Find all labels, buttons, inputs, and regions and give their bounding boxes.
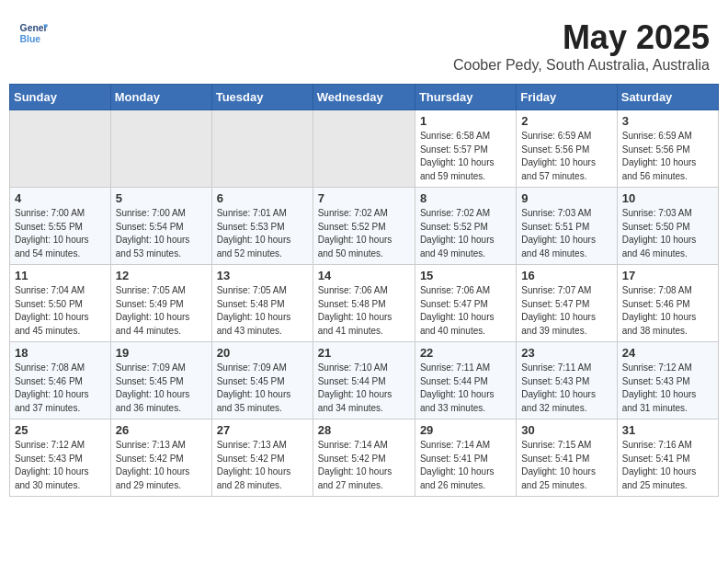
day-number: 7 bbox=[318, 191, 410, 205]
calendar-cell: 3Sunrise: 6:59 AM Sunset: 5:56 PM Daylig… bbox=[617, 110, 718, 188]
svg-text:Blue: Blue bbox=[20, 34, 41, 44]
calendar-cell: 2Sunrise: 6:59 AM Sunset: 5:56 PM Daylig… bbox=[517, 110, 617, 188]
day-number: 22 bbox=[420, 346, 511, 360]
calendar-cell: 5Sunrise: 7:00 AM Sunset: 5:54 PM Daylig… bbox=[110, 188, 211, 265]
calendar-cell bbox=[110, 110, 211, 188]
day-number: 3 bbox=[622, 114, 713, 128]
day-number: 11 bbox=[15, 269, 106, 282]
cell-info: Sunrise: 7:13 AM Sunset: 5:42 PM Dayligh… bbox=[116, 439, 207, 492]
calendar-cell: 23Sunrise: 7:11 AM Sunset: 5:43 PM Dayli… bbox=[517, 342, 617, 419]
cell-info: Sunrise: 7:01 AM Sunset: 5:53 PM Dayligh… bbox=[217, 207, 308, 260]
cell-info: Sunrise: 7:12 AM Sunset: 5:43 PM Dayligh… bbox=[15, 439, 106, 492]
calendar-cell: 6Sunrise: 7:01 AM Sunset: 5:53 PM Daylig… bbox=[211, 188, 313, 265]
col-header-tuesday: Tuesday bbox=[211, 85, 313, 110]
cell-info: Sunrise: 7:08 AM Sunset: 5:46 PM Dayligh… bbox=[622, 284, 713, 338]
col-header-thursday: Thursday bbox=[415, 85, 516, 110]
cell-info: Sunrise: 7:05 AM Sunset: 5:48 PM Dayligh… bbox=[217, 284, 308, 338]
calendar-cell: 28Sunrise: 7:14 AM Sunset: 5:42 PM Dayli… bbox=[313, 419, 415, 497]
day-number: 24 bbox=[622, 346, 713, 360]
day-number: 13 bbox=[217, 269, 308, 282]
calendar-cell: 18Sunrise: 7:08 AM Sunset: 5:46 PM Dayli… bbox=[10, 342, 111, 419]
day-number: 17 bbox=[622, 269, 713, 282]
day-number: 18 bbox=[15, 346, 106, 360]
main-title: May 2025 bbox=[453, 18, 710, 57]
calendar-cell: 20Sunrise: 7:09 AM Sunset: 5:45 PM Dayli… bbox=[211, 342, 313, 419]
logo: General Blue bbox=[18, 18, 48, 48]
title-block: May 2025 Coober Pedy, South Australia, A… bbox=[453, 18, 710, 74]
cell-info: Sunrise: 6:58 AM Sunset: 5:57 PM Dayligh… bbox=[420, 130, 511, 183]
cell-info: Sunrise: 7:02 AM Sunset: 5:52 PM Dayligh… bbox=[420, 207, 511, 260]
calendar: SundayMondayTuesdayWednesdayThursdayFrid… bbox=[9, 84, 719, 497]
calendar-cell: 22Sunrise: 7:11 AM Sunset: 5:44 PM Dayli… bbox=[415, 342, 516, 419]
calendar-cell bbox=[211, 110, 313, 188]
cell-info: Sunrise: 7:12 AM Sunset: 5:43 PM Dayligh… bbox=[622, 362, 713, 415]
cell-info: Sunrise: 7:03 AM Sunset: 5:50 PM Dayligh… bbox=[622, 207, 713, 260]
col-header-sunday: Sunday bbox=[10, 85, 111, 110]
day-number: 2 bbox=[521, 114, 611, 128]
cell-info: Sunrise: 7:10 AM Sunset: 5:44 PM Dayligh… bbox=[318, 362, 410, 415]
col-header-monday: Monday bbox=[110, 85, 211, 110]
calendar-cell bbox=[313, 110, 415, 188]
calendar-cell: 4Sunrise: 7:00 AM Sunset: 5:55 PM Daylig… bbox=[10, 188, 111, 265]
cell-info: Sunrise: 7:09 AM Sunset: 5:45 PM Dayligh… bbox=[217, 362, 308, 415]
calendar-week-row: 25Sunrise: 7:12 AM Sunset: 5:43 PM Dayli… bbox=[10, 419, 719, 497]
day-number: 19 bbox=[116, 346, 207, 360]
calendar-cell: 24Sunrise: 7:12 AM Sunset: 5:43 PM Dayli… bbox=[617, 342, 718, 419]
day-number: 29 bbox=[420, 423, 511, 437]
cell-info: Sunrise: 7:11 AM Sunset: 5:43 PM Dayligh… bbox=[521, 362, 611, 415]
cell-info: Sunrise: 7:03 AM Sunset: 5:51 PM Dayligh… bbox=[521, 207, 611, 260]
calendar-cell: 21Sunrise: 7:10 AM Sunset: 5:44 PM Dayli… bbox=[313, 342, 415, 419]
cell-info: Sunrise: 7:09 AM Sunset: 5:45 PM Dayligh… bbox=[116, 362, 207, 415]
day-number: 10 bbox=[622, 191, 713, 205]
calendar-cell: 26Sunrise: 7:13 AM Sunset: 5:42 PM Dayli… bbox=[110, 419, 211, 497]
cell-info: Sunrise: 7:02 AM Sunset: 5:52 PM Dayligh… bbox=[318, 207, 410, 260]
calendar-cell: 10Sunrise: 7:03 AM Sunset: 5:50 PM Dayli… bbox=[617, 188, 718, 265]
calendar-cell: 15Sunrise: 7:06 AM Sunset: 5:47 PM Dayli… bbox=[415, 265, 516, 342]
svg-text:General: General bbox=[20, 23, 48, 33]
cell-info: Sunrise: 7:08 AM Sunset: 5:46 PM Dayligh… bbox=[15, 362, 106, 415]
cell-info: Sunrise: 7:06 AM Sunset: 5:48 PM Dayligh… bbox=[318, 284, 410, 338]
day-number: 31 bbox=[622, 423, 713, 437]
calendar-cell: 19Sunrise: 7:09 AM Sunset: 5:45 PM Dayli… bbox=[110, 342, 211, 419]
day-number: 20 bbox=[217, 346, 308, 360]
cell-info: Sunrise: 7:00 AM Sunset: 5:54 PM Dayligh… bbox=[116, 207, 207, 260]
col-header-friday: Friday bbox=[517, 85, 617, 110]
day-number: 26 bbox=[116, 423, 207, 437]
day-number: 9 bbox=[521, 191, 611, 205]
logo-icon: General Blue bbox=[18, 18, 48, 48]
calendar-week-row: 18Sunrise: 7:08 AM Sunset: 5:46 PM Dayli… bbox=[10, 342, 719, 419]
cell-info: Sunrise: 7:05 AM Sunset: 5:49 PM Dayligh… bbox=[116, 284, 207, 338]
cell-info: Sunrise: 7:06 AM Sunset: 5:47 PM Dayligh… bbox=[420, 284, 511, 338]
day-number: 30 bbox=[521, 423, 611, 437]
day-number: 1 bbox=[420, 114, 511, 128]
cell-info: Sunrise: 7:14 AM Sunset: 5:41 PM Dayligh… bbox=[420, 439, 511, 492]
cell-info: Sunrise: 7:13 AM Sunset: 5:42 PM Dayligh… bbox=[217, 439, 308, 492]
cell-info: Sunrise: 7:15 AM Sunset: 5:41 PM Dayligh… bbox=[521, 439, 611, 492]
calendar-cell: 14Sunrise: 7:06 AM Sunset: 5:48 PM Dayli… bbox=[313, 265, 415, 342]
day-number: 15 bbox=[420, 269, 511, 282]
calendar-cell: 8Sunrise: 7:02 AM Sunset: 5:52 PM Daylig… bbox=[415, 188, 516, 265]
calendar-cell: 31Sunrise: 7:16 AM Sunset: 5:41 PM Dayli… bbox=[617, 419, 718, 497]
cell-info: Sunrise: 7:00 AM Sunset: 5:55 PM Dayligh… bbox=[15, 207, 106, 260]
calendar-cell: 25Sunrise: 7:12 AM Sunset: 5:43 PM Dayli… bbox=[10, 419, 111, 497]
cell-info: Sunrise: 7:07 AM Sunset: 5:47 PM Dayligh… bbox=[521, 284, 611, 338]
day-number: 16 bbox=[521, 269, 611, 282]
cell-info: Sunrise: 6:59 AM Sunset: 5:56 PM Dayligh… bbox=[521, 130, 611, 183]
cell-info: Sunrise: 7:14 AM Sunset: 5:42 PM Dayligh… bbox=[318, 439, 410, 492]
calendar-week-row: 1Sunrise: 6:58 AM Sunset: 5:57 PM Daylig… bbox=[10, 110, 719, 188]
day-number: 27 bbox=[217, 423, 308, 437]
calendar-cell: 30Sunrise: 7:15 AM Sunset: 5:41 PM Dayli… bbox=[517, 419, 617, 497]
calendar-cell: 7Sunrise: 7:02 AM Sunset: 5:52 PM Daylig… bbox=[313, 188, 415, 265]
calendar-week-row: 4Sunrise: 7:00 AM Sunset: 5:55 PM Daylig… bbox=[10, 188, 719, 265]
day-number: 12 bbox=[116, 269, 207, 282]
day-number: 28 bbox=[318, 423, 410, 437]
calendar-cell: 9Sunrise: 7:03 AM Sunset: 5:51 PM Daylig… bbox=[517, 188, 617, 265]
day-number: 6 bbox=[217, 191, 308, 205]
day-number: 8 bbox=[420, 191, 511, 205]
calendar-cell: 17Sunrise: 7:08 AM Sunset: 5:46 PM Dayli… bbox=[617, 265, 718, 342]
col-header-wednesday: Wednesday bbox=[313, 85, 415, 110]
calendar-cell: 13Sunrise: 7:05 AM Sunset: 5:48 PM Dayli… bbox=[211, 265, 313, 342]
cell-info: Sunrise: 7:16 AM Sunset: 5:41 PM Dayligh… bbox=[622, 439, 713, 492]
cell-info: Sunrise: 6:59 AM Sunset: 5:56 PM Dayligh… bbox=[622, 130, 713, 183]
day-number: 21 bbox=[318, 346, 410, 360]
